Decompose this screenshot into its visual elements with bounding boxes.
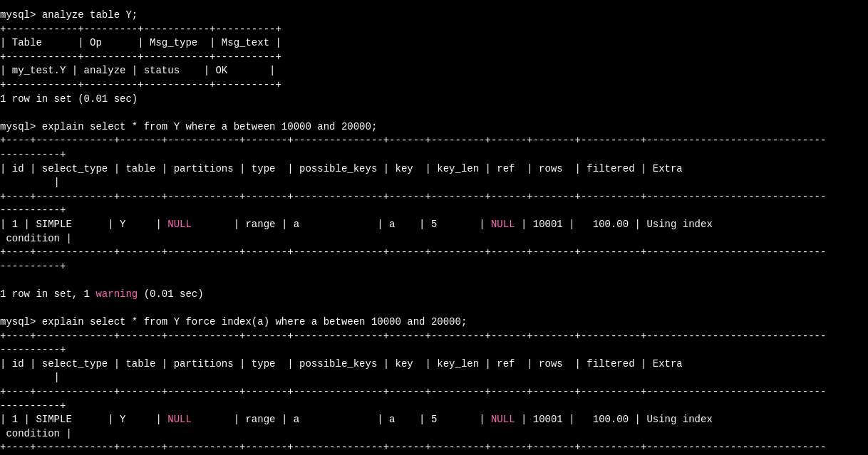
line-32: +----+-------------+-------+------------… xyxy=(0,441,868,455)
line-17: condition | xyxy=(0,232,868,246)
line-21: 1 row in set, 1 warning (0.01 sec) xyxy=(0,288,868,302)
line-22 xyxy=(0,301,868,315)
line-18: +----+-------------+-------+------------… xyxy=(0,246,868,260)
line-7: 1 row in set (0.01 sec) xyxy=(0,93,868,107)
line-3: | Table | Op | Msg_type | Msg_text | xyxy=(0,36,868,51)
line-4: +------------+---------+-----------+----… xyxy=(0,51,868,65)
line-26: | id | select_type | table | partitions … xyxy=(0,357,868,372)
terminal-window: mysql> analyze table Y; +------------+--… xyxy=(0,6,868,455)
line-15: ----------+ xyxy=(0,204,868,218)
line-23: mysql> explain select * from Y force ind… xyxy=(0,315,868,330)
line-8 xyxy=(0,106,868,120)
line-5: | my_test.Y | analyze | status | OK | xyxy=(0,64,868,78)
line-9: mysql> explain select * from Y where a b… xyxy=(0,120,868,135)
line-25: ----------+ xyxy=(0,343,868,357)
line-13: | xyxy=(0,176,868,190)
line-24: +----+-------------+-------+------------… xyxy=(0,330,868,344)
line-10: +----+-------------+-------+------------… xyxy=(0,134,868,148)
line-6: +------------+---------+-----------+----… xyxy=(0,78,868,93)
line-1: mysql> analyze table Y; xyxy=(0,9,868,23)
line-16: | 1 | SIMPLE | Y | NULL | range | a | a … xyxy=(0,218,868,232)
line-11: ----------+ xyxy=(0,148,868,162)
line-29: ----------+ xyxy=(0,399,868,414)
line-28: +----+-------------+-------+------------… xyxy=(0,385,868,399)
line-14: +----+-------------+-------+------------… xyxy=(0,190,868,204)
line-31: condition | xyxy=(0,427,868,441)
line-2: +------------+---------+-----------+----… xyxy=(0,23,868,37)
line-19: ----------+ xyxy=(0,260,868,274)
line-30: | 1 | SIMPLE | Y | NULL | range | a | a … xyxy=(0,413,868,427)
line-12: | id | select_type | table | partitions … xyxy=(0,162,868,177)
line-20 xyxy=(0,273,868,288)
line-27: | xyxy=(0,371,868,385)
